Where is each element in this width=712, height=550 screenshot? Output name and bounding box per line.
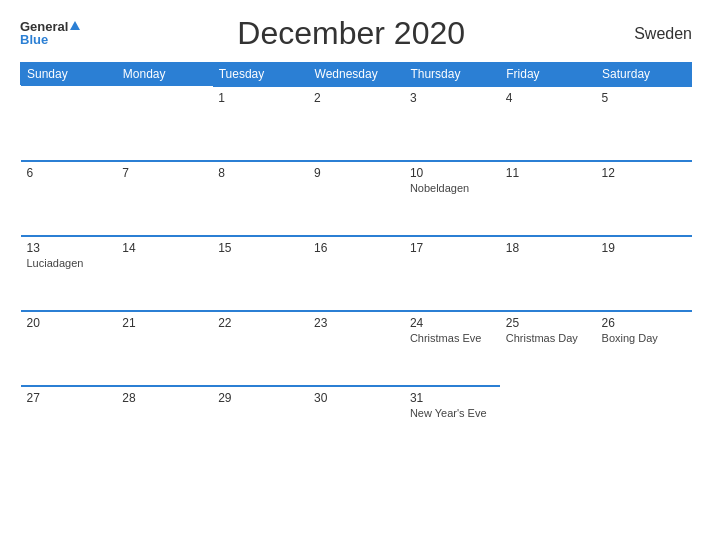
- calendar-cell: [500, 386, 596, 461]
- calendar-cell: 3: [404, 86, 500, 161]
- calendar-cell: 16: [308, 236, 404, 311]
- day-number: 21: [122, 316, 206, 330]
- day-number: 22: [218, 316, 302, 330]
- calendar-cell: 13Luciadagen: [21, 236, 117, 311]
- calendar-week-4: 2021222324Christmas Eve25Christmas Day26…: [21, 311, 692, 386]
- day-number: 24: [410, 316, 494, 330]
- day-number: 17: [410, 241, 494, 255]
- day-number: 14: [122, 241, 206, 255]
- calendar-cell: 4: [500, 86, 596, 161]
- calendar-cell: 8: [212, 161, 308, 236]
- day-number: 3: [410, 91, 494, 105]
- day-number: 28: [122, 391, 206, 405]
- day-number: 8: [218, 166, 302, 180]
- header-wednesday: Wednesday: [308, 63, 404, 87]
- day-number: 11: [506, 166, 590, 180]
- day-number: 9: [314, 166, 398, 180]
- calendar-event: Christmas Day: [506, 332, 590, 344]
- calendar-cell: 17: [404, 236, 500, 311]
- calendar-cell: 27: [21, 386, 117, 461]
- calendar-event: New Year's Eve: [410, 407, 494, 419]
- calendar-cell: 15: [212, 236, 308, 311]
- day-number: 15: [218, 241, 302, 255]
- logo-blue-text: Blue: [20, 32, 48, 47]
- calendar-week-2: 678910Nobeldagen1112: [21, 161, 692, 236]
- calendar-cell: 1: [212, 86, 308, 161]
- calendar-event: Nobeldagen: [410, 182, 494, 194]
- calendar-week-1: 12345: [21, 86, 692, 161]
- calendar-cell: 11: [500, 161, 596, 236]
- day-number: 1: [218, 91, 302, 105]
- calendar-cell: 14: [116, 236, 212, 311]
- calendar-cell: 29: [212, 386, 308, 461]
- day-number: 7: [122, 166, 206, 180]
- calendar-cell: 18: [500, 236, 596, 311]
- country-label: Sweden: [622, 25, 692, 43]
- calendar-cell: 6: [21, 161, 117, 236]
- calendar-cell: 10Nobeldagen: [404, 161, 500, 236]
- day-number: 23: [314, 316, 398, 330]
- calendar-cell: 20: [21, 311, 117, 386]
- calendar-cell: [21, 86, 117, 161]
- calendar-cell: 30: [308, 386, 404, 461]
- calendar-cell: 12: [596, 161, 692, 236]
- header-monday: Monday: [116, 63, 212, 87]
- calendar-cell: 31New Year's Eve: [404, 386, 500, 461]
- calendar-cell: 7: [116, 161, 212, 236]
- calendar-body: 12345678910Nobeldagen111213Luciadagen141…: [21, 86, 692, 461]
- header-tuesday: Tuesday: [212, 63, 308, 87]
- day-number: 5: [602, 91, 686, 105]
- day-number: 13: [27, 241, 111, 255]
- calendar-week-3: 13Luciadagen141516171819: [21, 236, 692, 311]
- logo: General Blue: [20, 20, 80, 47]
- day-number: 31: [410, 391, 494, 405]
- day-number: 29: [218, 391, 302, 405]
- day-number: 18: [506, 241, 590, 255]
- day-number: 4: [506, 91, 590, 105]
- calendar-week-5: 2728293031New Year's Eve: [21, 386, 692, 461]
- header-sunday: Sunday: [21, 63, 117, 87]
- header-thursday: Thursday: [404, 63, 500, 87]
- calendar-cell: 21: [116, 311, 212, 386]
- calendar-cell: 24Christmas Eve: [404, 311, 500, 386]
- calendar-cell: 23: [308, 311, 404, 386]
- day-number: 19: [602, 241, 686, 255]
- calendar-page: General Blue December 2020 Sweden Sunday…: [0, 0, 712, 550]
- calendar-cell: 19: [596, 236, 692, 311]
- day-number: 25: [506, 316, 590, 330]
- calendar-cell: 5: [596, 86, 692, 161]
- day-number: 6: [27, 166, 111, 180]
- day-number: 27: [27, 391, 111, 405]
- day-number: 26: [602, 316, 686, 330]
- calendar-cell: [596, 386, 692, 461]
- calendar-event: Luciadagen: [27, 257, 111, 269]
- day-number: 2: [314, 91, 398, 105]
- calendar-cell: 22: [212, 311, 308, 386]
- calendar-cell: 26Boxing Day: [596, 311, 692, 386]
- calendar-cell: 9: [308, 161, 404, 236]
- day-number: 10: [410, 166, 494, 180]
- day-number: 20: [27, 316, 111, 330]
- day-number: 12: [602, 166, 686, 180]
- weekday-header-row: Sunday Monday Tuesday Wednesday Thursday…: [21, 63, 692, 87]
- calendar-event: Boxing Day: [602, 332, 686, 344]
- calendar-table: Sunday Monday Tuesday Wednesday Thursday…: [20, 62, 692, 461]
- day-number: 30: [314, 391, 398, 405]
- header-saturday: Saturday: [596, 63, 692, 87]
- calendar-cell: [116, 86, 212, 161]
- logo-triangle-icon: [70, 21, 80, 30]
- day-number: 16: [314, 241, 398, 255]
- calendar-cell: 28: [116, 386, 212, 461]
- calendar-cell: 25Christmas Day: [500, 311, 596, 386]
- calendar-cell: 2: [308, 86, 404, 161]
- header-friday: Friday: [500, 63, 596, 87]
- header: General Blue December 2020 Sweden: [20, 15, 692, 52]
- calendar-title: December 2020: [80, 15, 622, 52]
- calendar-event: Christmas Eve: [410, 332, 494, 344]
